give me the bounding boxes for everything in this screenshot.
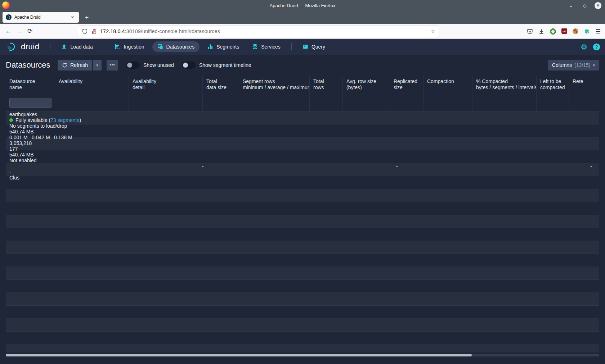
nav-item-label: Services xyxy=(261,44,281,50)
forward-button[interactable]: → xyxy=(14,28,24,35)
col-header-datasource-name[interactable]: Datasourcename xyxy=(6,76,55,94)
col-header-pct-compacted[interactable]: % Compactedbytes / segments / intervals xyxy=(472,76,537,94)
toggle-knob xyxy=(183,63,188,68)
col-header-segment-rows[interactable]: Segment rowsminimum / average / maximum xyxy=(239,76,310,94)
chevron-down-icon: ▾ xyxy=(96,63,98,68)
browser-toolbar: ← → ⟳ 172.18.0.4:30109/unified-console.h… xyxy=(0,24,605,39)
nav-divider xyxy=(50,43,50,50)
table-row-empty xyxy=(6,176,599,189)
extension-asterisk-icon[interactable]: ✱ xyxy=(584,28,590,35)
table-row-empty xyxy=(6,202,599,215)
col-header-availability[interactable]: Availability xyxy=(55,76,129,94)
table-row-empty xyxy=(6,124,599,137)
nav-item-segments[interactable]: Segments xyxy=(202,41,244,52)
help-icon[interactable]: ? xyxy=(593,44,600,50)
tracking-shield-icon[interactable] xyxy=(82,28,88,35)
page-header: Datasources Refresh ▾ ••• Show unused Sh… xyxy=(0,55,605,76)
nav-item-datasources[interactable]: Datasources xyxy=(152,41,200,52)
segments-link[interactable]: 73 segments xyxy=(50,117,79,123)
show-timeline-label: Show segment timeline xyxy=(199,62,251,68)
query-icon xyxy=(302,44,308,50)
chevron-down-icon: ▾ xyxy=(593,63,595,68)
col-header-total-data-size[interactable]: Totaldata size xyxy=(203,76,239,94)
url-path: :30109/unified-console.html#datasources xyxy=(125,28,220,34)
maximize-icon[interactable]: ◇ xyxy=(581,1,589,9)
nav-item-services[interactable]: Services xyxy=(247,41,286,52)
nav-item-query[interactable]: Query xyxy=(297,41,330,52)
page-title: Datasources xyxy=(6,60,52,70)
url-text: 172.18.0.4:30109/unified-console.html#da… xyxy=(100,28,431,34)
menu-hamburger-icon[interactable]: ☰ xyxy=(595,28,601,35)
columns-label: Columns xyxy=(552,62,572,68)
url-bar[interactable]: 172.18.0.4:30109/unified-console.html#da… xyxy=(78,26,439,37)
table-row-empty xyxy=(6,332,599,345)
pct-bytes: - xyxy=(9,163,203,169)
col-header-compaction[interactable]: Compaction xyxy=(424,76,472,94)
insecure-lock-icon[interactable] xyxy=(91,28,97,35)
datasources-icon xyxy=(157,44,163,50)
minimize-icon[interactable]: ⌄ xyxy=(567,1,575,9)
refresh-caret-button[interactable]: ▾ xyxy=(93,60,102,70)
table-filter-row xyxy=(6,94,599,112)
refresh-icon xyxy=(62,63,67,68)
reload-button[interactable]: ⟳ xyxy=(24,27,35,35)
table-row-empty xyxy=(6,319,599,332)
settings-gear-icon[interactable]: ⚙ xyxy=(581,43,587,51)
table-row-empty xyxy=(6,228,599,241)
close-window-icon[interactable]: ✕ xyxy=(595,2,601,9)
col-header-left-to-compact[interactable]: Left to becompacted xyxy=(537,76,569,94)
col-header-total-rows[interactable]: Totalrows xyxy=(310,76,343,94)
show-unused-toggle[interactable] xyxy=(126,62,140,69)
col-header-availability-detail[interactable]: Availabilitydetail xyxy=(129,76,203,94)
cookie-extension-icon[interactable] xyxy=(573,28,578,34)
status-dot-green xyxy=(9,118,13,122)
more-actions-button[interactable]: ••• xyxy=(107,60,118,70)
refresh-label: Refresh xyxy=(70,62,88,68)
pct-intervals: - xyxy=(398,163,592,169)
nav-divider xyxy=(104,43,104,50)
horizontal-scrollbar-track[interactable] xyxy=(6,354,599,356)
nav-item-ingestion[interactable]: Ingestion xyxy=(110,41,149,52)
services-icon xyxy=(252,44,258,50)
table-row-empty xyxy=(6,241,599,254)
datasource-name-filter-input[interactable] xyxy=(9,98,51,108)
columns-button[interactable]: Columns (13/15) ▾ xyxy=(548,60,599,70)
ublock-extension-icon[interactable]: uO xyxy=(561,28,567,34)
new-tab-button[interactable]: + xyxy=(82,14,91,22)
tab-close-icon[interactable]: ✕ xyxy=(70,14,76,21)
firefox-logo xyxy=(2,1,10,9)
datasources-table: Datasourcename Availability Availability… xyxy=(6,76,599,352)
segment-rows-avg: 0.042 M xyxy=(32,135,54,140)
table-header-row: Datasourcename Availability Availability… xyxy=(6,76,599,94)
table-row-empty xyxy=(6,150,599,163)
refresh-button[interactable]: Refresh xyxy=(58,60,92,70)
table-row-empty xyxy=(6,306,599,319)
col-header-replicated-size[interactable]: Replicatedsize xyxy=(390,76,424,94)
table-row-empty xyxy=(6,189,599,202)
window-title: Apache Druid — Mozilla Firefox xyxy=(0,3,605,8)
url-host: 172.18.0.4 xyxy=(100,28,125,34)
pocket-icon[interactable] xyxy=(527,28,533,35)
show-timeline-toggle-group: Show segment timeline xyxy=(182,62,251,69)
horizontal-scrollbar-thumb[interactable] xyxy=(6,354,472,356)
load-data-icon xyxy=(61,44,67,50)
toggle-knob xyxy=(127,63,132,68)
download-icon[interactable] xyxy=(538,28,544,35)
cell-availability: Fully available (73 segments) xyxy=(6,117,599,123)
bookmark-star-icon[interactable]: ☆ xyxy=(431,28,435,35)
cell-datasource-name[interactable]: earthquakes xyxy=(6,112,599,117)
druid-wordmark: druid xyxy=(21,42,39,51)
back-button[interactable]: ← xyxy=(3,28,14,35)
col-header-avg-row-size[interactable]: Avg. row size(bytes) xyxy=(343,76,390,94)
show-segment-timeline-toggle[interactable] xyxy=(182,62,196,69)
availability-text: Fully available ( xyxy=(15,117,50,123)
table-row-earthquakes[interactable]: earthquakes Fully available (73 segments… xyxy=(6,112,599,124)
nav-divider xyxy=(291,43,292,50)
segment-rows-min: 0.001 M xyxy=(9,135,32,140)
col-header-retention[interactable]: Rete xyxy=(569,76,599,94)
browser-tab[interactable]: Apache Druid ✕ xyxy=(3,12,79,23)
greasemonkey-extension-icon[interactable] xyxy=(550,28,556,35)
nav-item-label: Datasources xyxy=(166,44,195,50)
table-row-empty xyxy=(6,137,599,150)
nav-item-load-data[interactable]: Load data xyxy=(56,41,98,52)
